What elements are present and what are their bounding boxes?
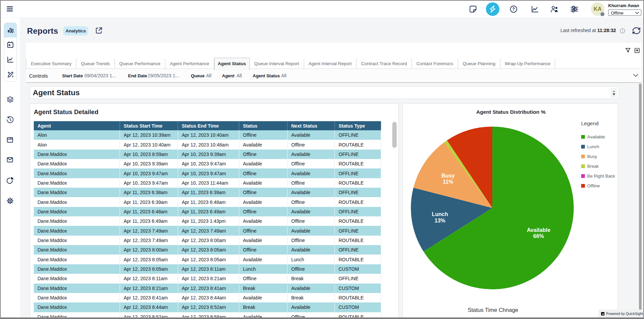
svg-text:i: i	[622, 29, 623, 33]
svg-text:66%: 66%	[533, 233, 544, 239]
svg-text:11%: 11%	[443, 179, 453, 185]
svg-text:13%: 13%	[435, 218, 445, 223]
svg-text:Available: Available	[527, 227, 550, 233]
svg-text:?: ?	[512, 6, 515, 11]
svg-text:Lunch: Lunch	[432, 211, 448, 217]
svg-text:Busy: Busy	[441, 173, 454, 179]
